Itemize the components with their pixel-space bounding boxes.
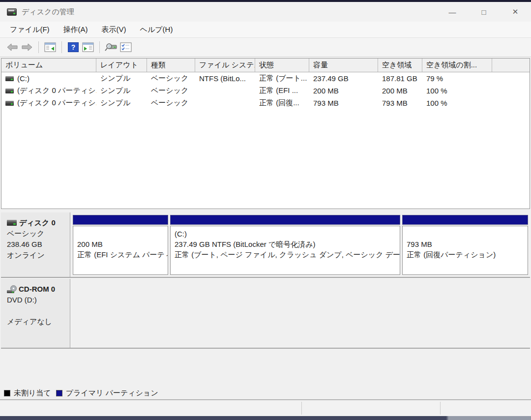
show-action-pane-icon[interactable] (81, 40, 95, 54)
volume-capacity: 200 MB (309, 87, 378, 95)
volume-free: 200 MB (378, 87, 422, 95)
show-console-tree-icon[interactable] (43, 40, 58, 54)
partition-label: (C:) (175, 229, 400, 239)
header-volume[interactable]: ボリューム (1, 59, 96, 72)
legend-unallocated: 未割り当て (4, 389, 51, 398)
volume-free: 793 MB (378, 99, 422, 107)
partition-label (77, 229, 168, 239)
partition-label (407, 229, 528, 239)
volume-type: ベーシック (147, 74, 195, 83)
toolbar-separator (99, 41, 100, 53)
toolbar-separator (38, 41, 39, 53)
volume-capacity: 237.49 GB (309, 74, 378, 83)
disk-management-app-icon (7, 8, 17, 16)
status-bar (0, 400, 531, 416)
volume-type: ベーシック (147, 98, 195, 108)
partition-status: 正常 (ブート, ページ ファイル, クラッシュ ダンプ, ベーシック データ … (175, 249, 400, 260)
volume-list: ボリューム レイアウト 種類 ファイル システム 状態 容量 空き領域 空き領域… (1, 58, 530, 209)
minimize-button[interactable]: — (437, 2, 468, 22)
volume-drive-icon (5, 89, 14, 93)
partition-size: 793 MB (407, 239, 528, 249)
volume-row-efi[interactable]: (ディスク 0 パーティシ... シンプル ベーシック 正常 (EFI ... … (1, 85, 530, 97)
cdrom-label-panel[interactable]: CD-ROM 0 DVD (D:) メディアなし (1, 279, 70, 348)
volume-name: (ディスク 0 パーティシ... (17, 98, 96, 108)
partition-status: 正常 (EFI システム パーティ (77, 249, 168, 260)
volume-filesystem: NTFS (BitLo... (195, 74, 255, 83)
status-bar-separator (301, 402, 302, 415)
properties-checklist-icon[interactable] (118, 40, 133, 54)
status-bar-separator (440, 402, 441, 415)
volume-drive-icon (5, 101, 14, 106)
cd-rom-icon (7, 285, 17, 293)
volume-layout: シンプル (96, 98, 147, 108)
header-free-space[interactable]: 空き領域 (378, 59, 422, 72)
legend-primary-label: プライマリ パーティション (66, 389, 158, 398)
volume-row-c[interactable]: (C:) シンプル ベーシック NTFS (BitLo... 正常 (ブート..… (1, 72, 530, 85)
volume-row-recovery[interactable]: (ディスク 0 パーティシ... シンプル ベーシック 正常 (回復... 79… (1, 97, 530, 109)
menu-file[interactable]: ファイル(F) (3, 22, 57, 37)
partition-size: 237.49 GB NTFS (BitLocker で暗号化済み) (175, 239, 400, 249)
cdrom-drive-letter: DVD (D:) (7, 295, 67, 305)
disk0-type: ベーシック (7, 228, 67, 239)
title-bar: ディスクの管理 — □ ✕ (0, 2, 531, 22)
volume-type: ベーシック (147, 86, 195, 95)
volume-free: 187.81 GB (378, 74, 422, 83)
volume-free-percent: 100 % (422, 87, 492, 95)
close-button[interactable]: ✕ (500, 2, 531, 22)
partition-color-bar (73, 215, 168, 225)
legend-primary-partition: プライマリ パーティション (56, 389, 158, 398)
forward-icon[interactable] (20, 40, 34, 54)
cdrom-media-status: メディアなし (7, 316, 67, 327)
disk-magnifier-icon[interactable] (104, 40, 118, 54)
partition-c[interactable]: (C:) 237.49 GB NTFS (BitLocker で暗号化済み) 正… (170, 215, 400, 275)
legend-bar: 未割り当て プライマリ パーティション (0, 387, 531, 400)
volume-free-percent: 79 % (422, 74, 492, 83)
disk0-status: オンライン (7, 250, 67, 261)
header-filesystem[interactable]: ファイル システム (195, 59, 255, 72)
menu-view[interactable]: 表示(V) (95, 22, 133, 37)
toolbar-separator (61, 41, 62, 53)
volume-status: 正常 (EFI ... (255, 86, 309, 95)
disk0-band: ディスク 0 ベーシック 238.46 GB オンライン 200 MB 正常 (… (1, 212, 530, 278)
disk0-partitions: 200 MB 正常 (EFI システム パーティ (C:) 237.49 GB … (73, 215, 528, 275)
partition-size: 200 MB (77, 239, 168, 249)
partition-status: 正常 (回復パーティション) (407, 249, 528, 260)
window-title: ディスクの管理 (22, 7, 74, 17)
primary-partition-swatch-icon (56, 390, 62, 396)
header-free-percent[interactable]: 空き領域の割... (422, 59, 492, 72)
cdrom-name: CD-ROM 0 (19, 284, 55, 295)
legend-unallocated-label: 未割り当て (14, 389, 51, 398)
spacer (7, 305, 67, 316)
graphical-view: ディスク 0 ベーシック 238.46 GB オンライン 200 MB 正常 (… (0, 209, 531, 387)
help-icon[interactable]: ? (66, 40, 81, 54)
volume-capacity: 793 MB (309, 99, 378, 107)
maximize-button[interactable]: □ (468, 2, 500, 22)
header-capacity[interactable]: 容量 (309, 59, 378, 72)
toolbar: ? (0, 38, 531, 57)
header-status[interactable]: 状態 (255, 59, 309, 72)
partition-color-bar (402, 215, 528, 225)
menu-help[interactable]: ヘルプ(H) (133, 22, 180, 37)
disk0-label-panel[interactable]: ディスク 0 ベーシック 238.46 GB オンライン (1, 212, 70, 277)
volume-name: (ディスク 0 パーティシ... (17, 86, 96, 95)
volume-layout: シンプル (96, 74, 147, 83)
window-controls: — □ ✕ (437, 2, 531, 22)
header-type[interactable]: 種類 (147, 59, 195, 72)
partition-recovery[interactable]: 793 MB 正常 (回復パーティション) (402, 215, 528, 275)
volume-status: 正常 (回復... (255, 98, 309, 108)
cdrom-band: CD-ROM 0 DVD (D:) メディアなし (1, 279, 530, 349)
screen-bottom-edge (0, 416, 531, 420)
header-layout[interactable]: レイアウト (96, 59, 147, 72)
volume-layout: シンプル (96, 86, 147, 95)
volume-status: 正常 (ブート... (255, 74, 309, 83)
disk-drive-icon (7, 220, 17, 226)
volume-drive-icon (5, 76, 14, 81)
menu-action[interactable]: 操作(A) (57, 22, 95, 37)
volume-free-percent: 100 % (422, 99, 492, 107)
partition-efi[interactable]: 200 MB 正常 (EFI システム パーティ (73, 215, 168, 275)
partition-color-bar (170, 215, 400, 225)
volume-table-header: ボリューム レイアウト 種類 ファイル システム 状態 容量 空き領域 空き領域… (1, 59, 530, 72)
back-icon[interactable] (5, 40, 20, 54)
disk0-name: ディスク 0 (19, 217, 56, 228)
header-blank (492, 59, 530, 72)
